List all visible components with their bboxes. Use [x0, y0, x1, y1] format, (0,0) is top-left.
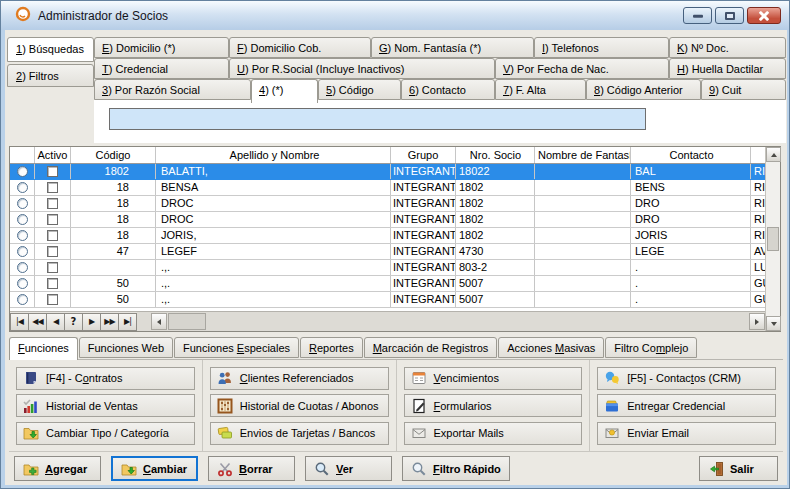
- tab-9-cuit[interactable]: 9) Cuit: [701, 79, 786, 100]
- tab-marcacion-registros[interactable]: Marcación de Registros: [364, 337, 498, 358]
- row-checkbox[interactable]: [47, 182, 58, 193]
- table-row[interactable]: 18 JORIS, INTEGRANT 1802 JORIS RI: [10, 228, 765, 244]
- exportar-mails-button[interactable]: Exportar Mails: [404, 422, 583, 445]
- tab-t-credencial[interactable]: T) Credencial: [94, 58, 229, 79]
- row-checkbox[interactable]: [47, 262, 58, 273]
- row-radio[interactable]: [17, 198, 28, 209]
- table-row[interactable]: 50 .,. INTEGRANT 5007 . GU: [10, 292, 765, 308]
- entregar-credencial-button[interactable]: Entregar Credencial: [597, 394, 776, 417]
- nav-prev-button[interactable]: ◀: [46, 313, 65, 331]
- tab-funciones-especiales[interactable]: Funciones Especiales: [174, 337, 299, 358]
- tab-funciones[interactable]: Funciones: [9, 337, 78, 360]
- h-scroll-thumb[interactable]: [168, 313, 206, 330]
- row-checkbox[interactable]: [47, 230, 58, 241]
- table-row[interactable]: 18 DROC INTEGRANT 1802 DRO RI: [10, 196, 765, 212]
- cell-grupo: INTEGRANT: [391, 244, 456, 259]
- row-radio[interactable]: [17, 294, 28, 305]
- tab-3-por-razon-social[interactable]: 3) Por Razón Social: [94, 79, 251, 100]
- tab-g-nom-fantasia[interactable]: G) Nom. Fantasía (*): [371, 37, 534, 58]
- enviar-email-button[interactable]: Enviar Email: [597, 422, 776, 445]
- nav-last-button[interactable]: ▶|: [118, 313, 137, 331]
- h-scrollbar[interactable]: [151, 312, 765, 331]
- agregar-button[interactable]: Agregar: [14, 456, 101, 481]
- vencimientos-button[interactable]: Vencimientos: [404, 367, 583, 390]
- table-row[interactable]: 18 DROC INTEGRANT 1802 DRO RI: [10, 212, 765, 228]
- col-header-codigo[interactable]: Código: [71, 147, 156, 163]
- clientes-referenciados-button[interactable]: Clientes Referenciados: [210, 367, 389, 390]
- historial-ventas-button[interactable]: Historial de Ventas: [16, 394, 195, 417]
- titlebar[interactable]: Administrador de Socios: [1, 1, 789, 30]
- tab-busquedas[interactable]: 1) Búsquedas: [7, 37, 94, 62]
- v-scrollbar[interactable]: [765, 147, 780, 331]
- scroll-up-button[interactable]: [766, 147, 781, 162]
- scroll-left-button[interactable]: [151, 313, 167, 330]
- row-radio[interactable]: [17, 230, 28, 241]
- v-scroll-thumb[interactable]: [767, 227, 779, 251]
- ver-button[interactable]: Ver: [305, 456, 392, 481]
- scroll-down-button[interactable]: [766, 316, 781, 331]
- tab-u-por-rsocial[interactable]: U) Por R.Social (Incluye Inactivos): [229, 58, 495, 79]
- table-row[interactable]: 50 .,. INTEGRANT 5007 . GU: [10, 276, 765, 292]
- col-header-nro-socio[interactable]: Nro. Socio: [456, 147, 535, 163]
- nav-fast-forward-button[interactable]: ▶▶: [100, 313, 119, 331]
- envios-tarjetas-button[interactable]: Envios de Tarjetas / Bancos: [210, 422, 389, 445]
- col-header-fantasia[interactable]: Nombre de Fantasí: [535, 147, 631, 163]
- col-header-extra[interactable]: [751, 147, 765, 163]
- salir-button[interactable]: Salir: [699, 456, 778, 481]
- tab-5-codigo[interactable]: 5) Código: [318, 79, 401, 100]
- nav-search-button[interactable]: ?: [64, 313, 83, 331]
- historial-cuotas-button[interactable]: Historial de Cuotas / Abonos: [210, 394, 389, 417]
- tab-acciones-masivas[interactable]: Acciones Masivas: [498, 337, 604, 358]
- tab-k-nro-doc[interactable]: K) Nº Doc.: [669, 37, 786, 58]
- tab-4-actual[interactable]: 4) (*): [251, 79, 318, 103]
- row-checkbox[interactable]: [47, 166, 58, 177]
- minimize-button[interactable]: [683, 7, 712, 24]
- tab-i-telefonos[interactable]: I) Telefonos: [534, 37, 669, 58]
- tab-8-codigo-anterior[interactable]: 8) Código Anterior: [586, 79, 701, 100]
- tab-funciones-web[interactable]: Funciones Web: [79, 337, 173, 358]
- scroll-right-button[interactable]: [749, 313, 765, 330]
- col-header-grupo[interactable]: Grupo: [391, 147, 456, 163]
- row-radio[interactable]: [17, 278, 28, 289]
- table-row[interactable]: 47 LEGEF INTEGRANT 4730 LEGE AV: [10, 244, 765, 260]
- col-header-apellido[interactable]: Apellido y Nombre: [156, 147, 391, 163]
- row-radio[interactable]: [17, 182, 28, 193]
- maximize-button[interactable]: [715, 7, 744, 24]
- search-input[interactable]: [109, 108, 646, 130]
- contratos-button[interactable]: [F4] - Contratos: [16, 367, 195, 390]
- col-header-contacto[interactable]: Contacto: [631, 147, 751, 163]
- nav-next-button[interactable]: ▶: [82, 313, 101, 331]
- cambiar-tipo-button[interactable]: Cambiar Tipo / Categoría: [16, 422, 195, 445]
- tab-e-domicilio[interactable]: E) Domicilio (*): [94, 37, 229, 58]
- col-header-selector[interactable]: [10, 147, 35, 163]
- row-radio[interactable]: [17, 214, 28, 225]
- tab-f-domicilio-cob[interactable]: F) Domicilio Cob.: [229, 37, 371, 58]
- tab-7-f-alta[interactable]: 7) F. Alta: [495, 79, 586, 100]
- row-radio[interactable]: [17, 262, 28, 273]
- filtro-rapido-button[interactable]: Filtro Rápido: [402, 456, 510, 481]
- col-header-activo[interactable]: Activo: [35, 147, 71, 163]
- tab-filtro-complejo[interactable]: Filtro Complejo: [605, 337, 697, 358]
- row-radio[interactable]: [17, 246, 28, 257]
- row-checkbox[interactable]: [47, 246, 58, 257]
- nav-fast-back-button[interactable]: ◀◀: [28, 313, 47, 331]
- row-checkbox[interactable]: [47, 278, 58, 289]
- tab-v-por-fecha-nac[interactable]: V) Por Fecha de Nac.: [495, 58, 669, 79]
- table-row[interactable]: .,. INTEGRANT 803-2 . LU: [10, 260, 765, 276]
- close-button[interactable]: [747, 7, 781, 24]
- row-checkbox[interactable]: [47, 198, 58, 209]
- table-row[interactable]: 1802 BALATTI, INTEGRANT 18022 BAL RI: [10, 164, 765, 180]
- cambiar-button[interactable]: Cambiar: [111, 456, 198, 481]
- tab-filtros[interactable]: 2) Filtros: [7, 64, 94, 87]
- borrar-button[interactable]: Borrar: [208, 456, 295, 481]
- formularios-button[interactable]: Formularios: [404, 394, 583, 417]
- row-radio[interactable]: [17, 166, 28, 177]
- contactos-crm-button[interactable]: [F5] - Contactos (CRM): [597, 367, 776, 390]
- table-row[interactable]: 18 BENSA INTEGRANT 1802 BENS RI: [10, 180, 765, 196]
- tab-6-contacto[interactable]: 6) Contacto: [401, 79, 495, 100]
- row-checkbox[interactable]: [47, 214, 58, 225]
- tab-reportes[interactable]: Reportes: [300, 337, 363, 358]
- row-checkbox[interactable]: [47, 294, 58, 305]
- nav-first-button[interactable]: |◀: [10, 313, 29, 331]
- tab-h-huella-dactilar[interactable]: H) Huella Dactilar: [669, 58, 786, 79]
